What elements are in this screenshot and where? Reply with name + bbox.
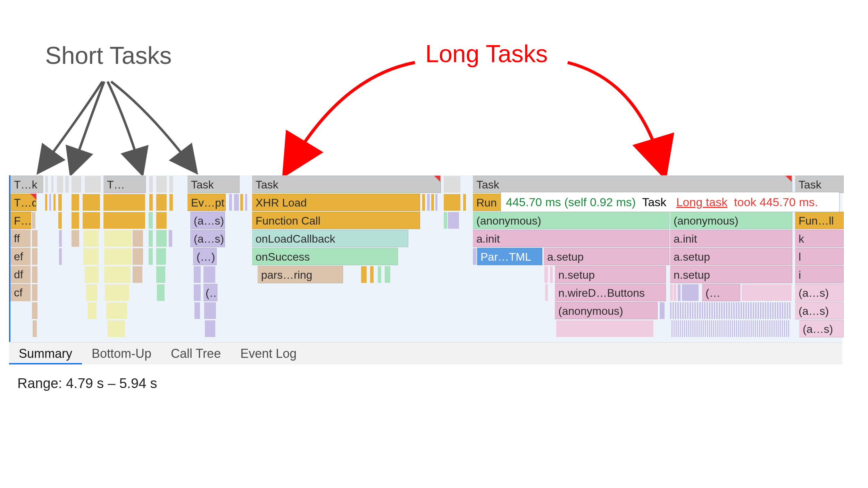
frame-block[interactable]: k: [795, 230, 844, 247]
tab-bottomup[interactable]: Bottom-Up: [82, 343, 161, 364]
frame-block[interactable]: (a…s): [795, 302, 844, 319]
tooltip-tail: [731, 195, 734, 209]
frame-block[interactable]: Run: [473, 194, 502, 211]
frame-block[interactable]: i: [795, 266, 844, 283]
tab-eventlog[interactable]: Event Log: [231, 343, 306, 364]
frame-block[interactable]: (a…s): [799, 320, 844, 337]
tooltip-label: Task: [642, 195, 666, 209]
frame-block[interactable]: (a…s): [795, 284, 844, 301]
task-block[interactable]: Task: [795, 176, 844, 193]
annotation-short-tasks: Short Tasks: [45, 42, 172, 69]
tooltip-timing: 445.70 ms (self 0.92 ms): [506, 195, 636, 209]
tooltip-tail-text: took 445.70 ms.: [734, 195, 818, 209]
tab-calltree[interactable]: Call Tree: [161, 343, 231, 364]
frame-block[interactable]: Fun…ll: [795, 212, 844, 229]
tooltip-longtask-link[interactable]: Long task: [676, 195, 727, 209]
range-text: Range: 4.79 s – 5.94 s: [17, 376, 157, 391]
tab-summary[interactable]: Summary: [9, 343, 82, 364]
frame-block[interactable]: l: [795, 248, 844, 265]
task-tooltip: 445.70 ms (self 0.92 ms) Task Long task …: [501, 192, 840, 212]
details-tabs: Summary Bottom-Up Call Tree Event Log: [9, 342, 842, 364]
annotation-long-tasks: Long Tasks: [425, 40, 548, 68]
annotation-arrows: [0, 0, 868, 180]
